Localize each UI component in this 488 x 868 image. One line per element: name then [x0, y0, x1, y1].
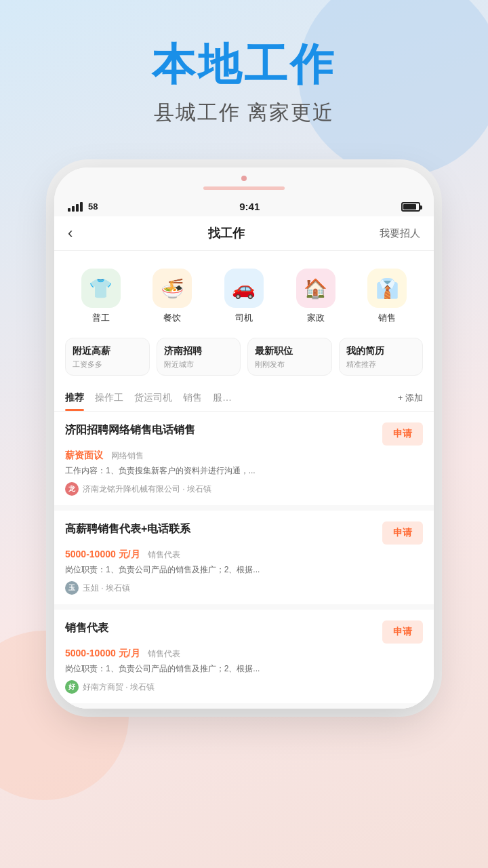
apply-button-3[interactable]: 申请: [382, 620, 423, 644]
nav-title: 找工作: [208, 225, 245, 241]
tab-service[interactable]: 服…: [213, 392, 232, 411]
quick-links: 附近高薪 工资多多 济南招聘 附近城市 最新职位 刚刚发布 我的简历 精准推荐: [54, 338, 434, 387]
phone-content: 👕 普工 🍜 餐饮 🚗 司机 🏠 家政: [54, 251, 434, 709]
quick-link-latest[interactable]: 最新职位 刚刚发布: [247, 338, 332, 376]
quick-link-jinan[interactable]: 济南招聘 附近城市: [157, 338, 241, 376]
hero-subtitle: 县城工作 离家更近: [0, 99, 488, 127]
phone-pill: [203, 186, 285, 190]
quick-link-resume[interactable]: 我的简历 精准推荐: [339, 338, 424, 376]
category-icon-sales: 👔: [367, 269, 407, 308]
job-card-1-header: 济阳招聘网络销售电话销售 申请: [65, 422, 423, 446]
category-label-food: 餐饮: [163, 312, 181, 324]
job-company-1: 龙 济南龙铭升降机械有限公司 · 埃石镇: [65, 482, 423, 496]
job-company-3: 好 好南方商贸 · 埃石镇: [65, 680, 423, 694]
category-item-food[interactable]: 🍜 餐饮: [152, 269, 192, 324]
category-icon-domestic: 🏠: [296, 269, 336, 308]
status-time: 9:41: [239, 201, 260, 212]
quick-link-jinan-sub: 附近城市: [164, 359, 234, 370]
job-desc-1: 工作内容：1、负责搜集新客户的资料并进行沟通，...: [65, 465, 423, 477]
quick-link-resume-title: 我的简历: [346, 345, 416, 357]
nav-action-button[interactable]: 我要招人: [380, 227, 420, 240]
quick-link-latest-title: 最新职位: [255, 345, 325, 357]
job-company-2: 玉 玉姐 · 埃石镇: [65, 581, 423, 595]
quick-link-jinan-title: 济南招聘: [164, 345, 234, 357]
category-icon-driver: 🚗: [224, 269, 264, 308]
battery-fill: [403, 204, 416, 210]
tab-sales[interactable]: 销售: [183, 392, 202, 411]
tab-add-button[interactable]: + 添加: [398, 392, 423, 411]
hero-section: 本地工作 县城工作 离家更近: [0, 0, 488, 154]
job-list: 济阳招聘网络销售电话销售 申请 薪资面议 网络销售 工作内容：1、负责搜集新客户…: [54, 412, 434, 709]
job-salary-2: 5000-10000 元/月 销售代表: [65, 549, 423, 561]
job-desc-3: 岗位职责：1、负责公司产品的销售及推广；2、根据...: [65, 663, 423, 675]
apply-button-1[interactable]: 申请: [382, 422, 423, 446]
job-title-1: 济阳招聘网络销售电话销售: [65, 422, 374, 437]
job-desc-2: 岗位职责：1、负责公司产品的销售及推广；2、根据...: [65, 564, 423, 576]
job-title-2: 高薪聘销售代表+电话联系: [65, 521, 374, 536]
category-icon-food: 🍜: [152, 269, 192, 308]
quick-link-latest-sub: 刚刚发布: [255, 359, 325, 370]
apply-button-2[interactable]: 申请: [382, 521, 423, 545]
phone-dot: [241, 176, 247, 181]
quick-link-nearby-title: 附近高薪: [73, 345, 142, 357]
tabs-row: 推荐 操作工 货运司机 销售 服… + 添加: [54, 387, 434, 412]
nav-bar: ‹ 找工作 我要招人: [54, 216, 434, 251]
tab-recommend[interactable]: 推荐: [65, 392, 84, 411]
category-row: 👕 普工 🍜 餐饮 🚗 司机 🏠 家政: [54, 262, 434, 338]
job-salary-1: 薪资面议 网络销售: [65, 450, 423, 462]
job-salary-tag-2: 销售代表: [148, 550, 180, 559]
job-salary-tag-3: 销售代表: [148, 649, 180, 658]
job-salary-3: 5000-10000 元/月 销售代表: [65, 648, 423, 660]
category-label-driver: 司机: [235, 312, 253, 324]
back-button[interactable]: ‹: [68, 224, 73, 242]
job-salary-tag-1: 网络销售: [111, 451, 144, 460]
status-left: 58: [68, 201, 98, 212]
status-bar: 58 9:41: [54, 195, 434, 216]
tab-freight-driver[interactable]: 货运司机: [134, 392, 172, 411]
phone-mockup: 58 9:41 ‹ 找工作 我要招人 👕 普工: [54, 167, 434, 709]
company-avatar-1: 龙: [65, 482, 79, 496]
job-title-3: 销售代表: [65, 620, 374, 635]
company-avatar-2: 玉: [65, 581, 79, 595]
tab-operator[interactable]: 操作工: [95, 392, 123, 411]
job-card-3-header: 销售代表 申请: [65, 620, 423, 644]
phone-mockup-wrapper: 58 9:41 ‹ 找工作 我要招人 👕 普工: [0, 167, 488, 709]
job-card-3: 销售代表 申请 5000-10000 元/月 销售代表 岗位职责：1、负责公司产…: [54, 610, 434, 709]
category-item-driver[interactable]: 🚗 司机: [224, 269, 264, 324]
category-item-domestic[interactable]: 🏠 家政: [296, 269, 336, 324]
company-avatar-3: 好: [65, 680, 79, 694]
job-card-1: 济阳招聘网络销售电话销售 申请 薪资面议 网络销售 工作内容：1、负责搜集新客户…: [54, 412, 434, 511]
quick-link-nearby-sub: 工资多多: [73, 359, 142, 370]
quick-link-resume-sub: 精准推荐: [346, 359, 416, 370]
job-card-2-header: 高薪聘销售代表+电话联系 申请: [65, 521, 423, 545]
category-label-domestic: 家政: [307, 312, 325, 324]
carrier-number: 58: [88, 201, 98, 212]
category-label-sales: 销售: [378, 312, 396, 324]
category-item-sales[interactable]: 👔 销售: [367, 269, 407, 324]
phone-notch-area: [54, 167, 434, 195]
battery-icon: [401, 202, 420, 212]
quick-link-nearby-highpay[interactable]: 附近高薪 工资多多: [65, 338, 150, 376]
category-label-general: 普工: [92, 312, 110, 324]
job-card-2: 高薪聘销售代表+电话联系 申请 5000-10000 元/月 销售代表 岗位职责…: [54, 511, 434, 610]
category-icon-general: 👕: [81, 269, 121, 308]
hero-title: 本地工作: [0, 41, 488, 88]
page-wrapper: 本地工作 县城工作 离家更近 58: [0, 0, 488, 868]
signal-icon: [68, 202, 83, 212]
category-item-general[interactable]: 👕 普工: [81, 269, 121, 324]
